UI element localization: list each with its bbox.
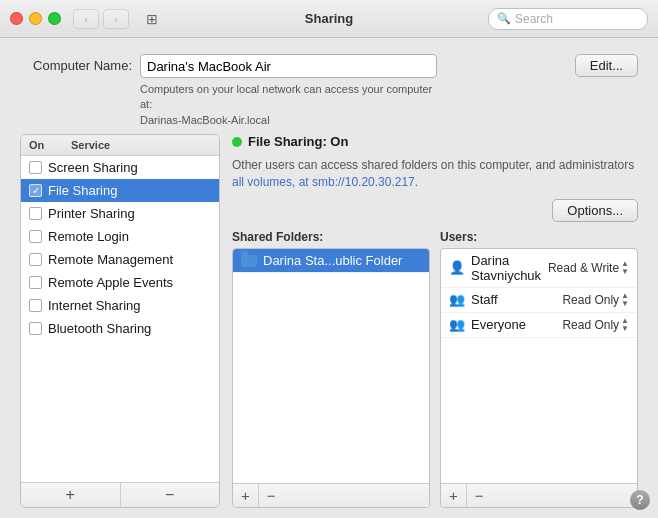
permission-arrows[interactable]: ▲▼ (621, 292, 629, 308)
maximize-button[interactable] (48, 12, 61, 25)
table-row[interactable]: Darina Sta...ublic Folder (233, 249, 429, 273)
permission-arrows[interactable]: ▲▼ (621, 317, 629, 333)
table-row-label: Staff (471, 292, 556, 307)
users-content: 👤Darina StavniychukRead & Write▲▼👥StaffR… (441, 249, 637, 483)
sidebar-item-label: Internet Sharing (48, 298, 141, 313)
users-section: Users: 👤Darina StavniychukRead & Write▲▼… (440, 230, 638, 508)
grid-icon[interactable]: ⊞ (139, 9, 165, 29)
table-row[interactable]: 👤Darina StavniychukRead & Write▲▼ (441, 249, 637, 288)
search-icon: 🔍 (497, 12, 511, 25)
permission-label: Read Only (562, 293, 619, 307)
sidebar-item[interactable]: Printer Sharing (21, 202, 219, 225)
status-dot (232, 137, 242, 147)
sidebar-header: On Service (21, 135, 219, 156)
permission-cell: Read & Write▲▼ (548, 260, 629, 276)
sidebar-bottom: + − (21, 482, 219, 507)
shared-folders-label: Shared Folders: (232, 230, 430, 244)
computer-name-row: Computer Name: Computers on your local n… (20, 54, 638, 128)
sidebar-item[interactable]: Bluetooth Sharing (21, 317, 219, 340)
close-button[interactable] (10, 12, 23, 25)
table-row[interactable]: 👥EveryoneRead Only▲▼ (441, 313, 637, 338)
tables-area: Shared Folders: Darina Sta...ublic Folde… (232, 230, 638, 508)
shared-folders-bottom: + − (233, 483, 429, 507)
sidebar-item-label: Printer Sharing (48, 206, 135, 221)
status-row: File Sharing: On (232, 134, 638, 149)
sidebar-item[interactable]: Remote Apple Events (21, 271, 219, 294)
sidebar-item[interactable]: ✓File Sharing (21, 179, 219, 202)
sidebar-remove-button[interactable]: − (120, 483, 220, 507)
users-bottom: + − (441, 483, 637, 507)
table-row-label: Everyone (471, 317, 556, 332)
shared-folders-section: Shared Folders: Darina Sta...ublic Folde… (232, 230, 430, 508)
users-label: Users: (440, 230, 638, 244)
minimize-button[interactable] (29, 12, 42, 25)
sidebar-checkbox[interactable] (29, 276, 42, 289)
sidebar-item-label: Remote Apple Events (48, 275, 173, 290)
nav-buttons: ‹ › (73, 9, 129, 29)
sidebar-item-label: Remote Login (48, 229, 129, 244)
permission-cell: Read Only▲▼ (562, 317, 629, 333)
shared-folders-content: Darina Sta...ublic Folder (233, 249, 429, 483)
status-title: File Sharing: On (248, 134, 348, 149)
titlebar: ‹ › ⊞ Sharing 🔍 Search (0, 0, 658, 38)
back-button[interactable]: ‹ (73, 9, 99, 29)
sidebar-item-label: Screen Sharing (48, 160, 138, 175)
sidebar-items: Screen Sharing✓File SharingPrinter Shari… (21, 156, 219, 482)
sidebar-item-label: Bluetooth Sharing (48, 321, 151, 336)
users-icon: 👥 (449, 317, 465, 332)
shared-folders-remove-button[interactable]: − (258, 484, 284, 507)
sidebar-header-service: Service (71, 139, 110, 151)
users-icon: 👥 (449, 292, 465, 307)
folder-icon (241, 253, 257, 268)
options-button[interactable]: Options... (552, 199, 638, 222)
users-add-button[interactable]: + (441, 484, 466, 507)
sidebar-item-label: Remote Management (48, 252, 173, 267)
traffic-lights (10, 12, 61, 25)
smb-link[interactable]: all volumes, at smb://10.20.30.217. (232, 175, 418, 189)
right-panel: File Sharing: On Other users can access … (232, 134, 638, 508)
forward-button[interactable]: › (103, 9, 129, 29)
sidebar-item[interactable]: Screen Sharing (21, 156, 219, 179)
sidebar-add-button[interactable]: + (21, 483, 120, 507)
computer-name-label: Computer Name: (20, 54, 140, 73)
users-table: 👤Darina StavniychukRead & Write▲▼👥StaffR… (440, 248, 638, 508)
edit-button[interactable]: Edit... (575, 54, 638, 77)
sidebar-checkbox[interactable] (29, 230, 42, 243)
content: Computer Name: Computers on your local n… (0, 38, 658, 518)
users-remove-button[interactable]: − (466, 484, 492, 507)
options-row: Options... (232, 199, 638, 222)
window-title: Sharing (305, 11, 353, 26)
sidebar-checkbox[interactable] (29, 207, 42, 220)
status-description: Other users can access shared folders on… (232, 157, 638, 191)
search-box[interactable]: 🔍 Search (488, 8, 648, 30)
sidebar-checkbox[interactable] (29, 161, 42, 174)
permission-label: Read Only (562, 318, 619, 332)
sidebar-item-label: File Sharing (48, 183, 117, 198)
sidebar-checkbox[interactable] (29, 253, 42, 266)
sidebar-item[interactable]: Remote Login (21, 225, 219, 248)
table-row-label: Darina Stavniychuk (471, 253, 542, 283)
computer-name-sublabel: Computers on your local network can acce… (140, 82, 437, 128)
computer-name-input[interactable] (140, 54, 437, 78)
table-row[interactable]: 👥StaffRead Only▲▼ (441, 288, 637, 313)
sidebar-checkbox[interactable]: ✓ (29, 184, 42, 197)
sidebar-header-on: On (29, 139, 51, 151)
main-panel: On Service Screen Sharing✓File SharingPr… (20, 134, 638, 508)
sidebar-checkbox[interactable] (29, 322, 42, 335)
computer-name-field-wrap: Computers on your local network can acce… (140, 54, 437, 128)
sidebar: On Service Screen Sharing✓File SharingPr… (20, 134, 220, 508)
help-button[interactable]: ? (630, 490, 650, 510)
user-icon: 👤 (449, 260, 465, 275)
permission-label: Read & Write (548, 261, 619, 275)
permission-cell: Read Only▲▼ (562, 292, 629, 308)
table-row-label: Darina Sta...ublic Folder (263, 253, 421, 268)
shared-folders-add-button[interactable]: + (233, 484, 258, 507)
sidebar-checkbox[interactable] (29, 299, 42, 312)
permission-arrows[interactable]: ▲▼ (621, 260, 629, 276)
search-input[interactable]: Search (515, 12, 553, 26)
sidebar-item[interactable]: Remote Management (21, 248, 219, 271)
sidebar-item[interactable]: Internet Sharing (21, 294, 219, 317)
shared-folders-table: Darina Sta...ublic Folder + − (232, 248, 430, 508)
